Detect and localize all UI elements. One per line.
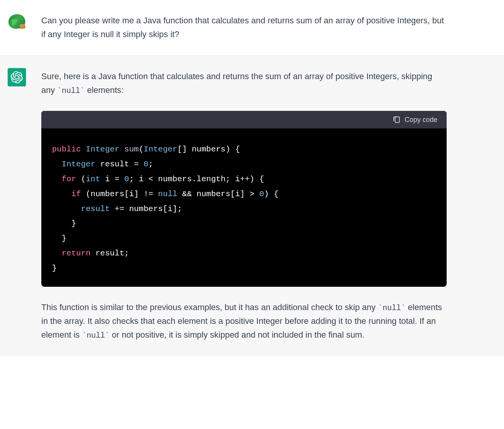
assistant-outro-paragraph: This function is similar to the previous… bbox=[41, 301, 447, 342]
outro-text-1: This function is similar to the previous… bbox=[41, 302, 378, 312]
code-token: result = bbox=[95, 160, 143, 169]
code-body[interactable]: public Integer sum(Integer[] numbers) { … bbox=[41, 128, 447, 287]
assistant-intro-paragraph: Sure, here is a Java function that calcu… bbox=[41, 70, 447, 98]
code-token: Integer bbox=[81, 145, 120, 154]
code-token bbox=[52, 205, 81, 213]
openai-logo-icon bbox=[11, 71, 23, 83]
intro-text-2: elements: bbox=[85, 85, 124, 95]
code-token: public bbox=[52, 145, 81, 154]
assistant-message-row: Sure, here is a Java function that calcu… bbox=[0, 56, 504, 356]
code-token: && numbers[i] > bbox=[177, 190, 259, 198]
user-message-row: Can you please write me a Java function … bbox=[0, 0, 504, 56]
code-token: } bbox=[52, 219, 76, 228]
code-token: Integer bbox=[62, 160, 95, 169]
user-avatar bbox=[8, 12, 26, 31]
code-token: i = bbox=[100, 175, 124, 184]
code-token: 0 bbox=[143, 160, 148, 169]
clipboard-icon bbox=[392, 115, 401, 124]
code-token: ; i < numbers.length; i++) { bbox=[129, 175, 264, 184]
copy-code-button[interactable]: Copy code bbox=[392, 115, 437, 124]
inline-code-null-1: `null` bbox=[57, 86, 85, 95]
svg-rect-0 bbox=[395, 117, 399, 123]
code-token: 0 bbox=[124, 175, 129, 184]
outro-text-3: or not positive, it is simply skipped an… bbox=[109, 330, 364, 340]
code-token: 0 bbox=[259, 190, 264, 198]
st-patricks-badge-icon bbox=[8, 13, 26, 30]
code-token: ) { bbox=[264, 190, 279, 198]
user-message-text: Can you please write me a Java function … bbox=[41, 12, 447, 42]
assistant-avatar bbox=[8, 68, 26, 86]
code-token: } bbox=[52, 264, 57, 273]
code-token: int bbox=[86, 175, 100, 184]
code-token: ; bbox=[148, 160, 153, 169]
code-token bbox=[52, 190, 71, 198]
code-token: return bbox=[62, 249, 91, 258]
copy-code-label: Copy code bbox=[405, 116, 437, 124]
code-token: result; bbox=[91, 249, 129, 258]
code-token: ( bbox=[139, 145, 144, 154]
code-token: ( bbox=[76, 175, 86, 184]
assistant-message-content: Sure, here is a Java function that calcu… bbox=[41, 68, 447, 342]
inline-code-null-3: `null` bbox=[82, 331, 109, 340]
code-block-header: Copy code bbox=[41, 111, 447, 128]
code-token: null bbox=[158, 190, 177, 198]
code-token: [] numbers) { bbox=[177, 145, 240, 154]
code-token: += numbers[i]; bbox=[110, 205, 182, 213]
code-token: result bbox=[81, 205, 110, 213]
inline-code-null-2: `null` bbox=[378, 304, 405, 312]
code-token: for bbox=[62, 175, 76, 184]
code-token: if bbox=[71, 190, 81, 198]
code-token bbox=[52, 160, 62, 169]
code-token: (numbers[i] != bbox=[81, 190, 158, 198]
code-block: Copy code public Integer sum(Integer[] n… bbox=[41, 111, 447, 287]
code-token bbox=[52, 175, 62, 184]
code-token: sum bbox=[119, 145, 138, 154]
code-token: } bbox=[52, 234, 67, 243]
code-token: Integer bbox=[143, 145, 177, 154]
code-token bbox=[52, 249, 62, 258]
